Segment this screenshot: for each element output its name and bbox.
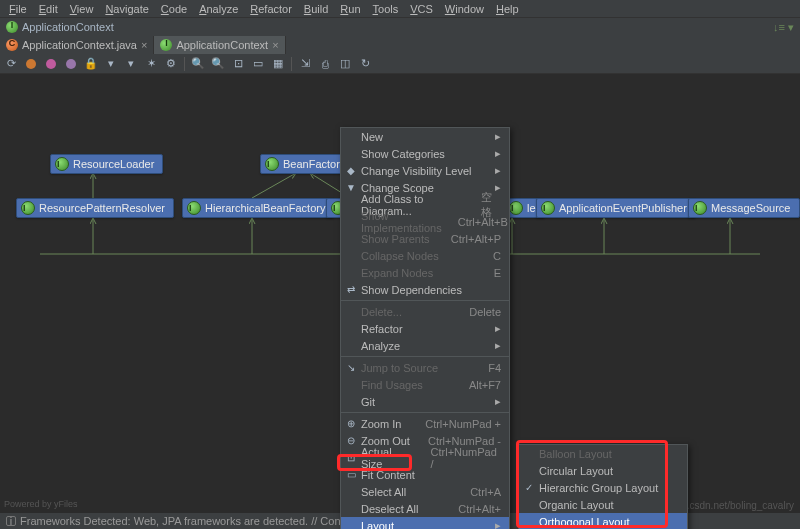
orange-dot-icon[interactable] [24,57,38,71]
print-preview-icon[interactable]: ◫ [338,57,352,71]
menu-vcs[interactable]: VCS [405,3,438,15]
menu-item-analyze[interactable]: Analyze▸ [341,337,509,354]
menu-item-label: Zoom In [361,418,401,430]
funnel-connected-icon[interactable]: ▾ [124,57,138,71]
breadcrumb-bar: ApplicationContext ↓≡ ▾ [0,18,800,36]
menu-item-label: New [361,131,383,143]
settings-icon[interactable]: ⚙ [164,57,178,71]
menu-item-label: Select All [361,486,406,498]
menu-item-label: Find Usages [361,379,423,391]
magenta-dot-icon[interactable] [44,57,58,71]
menu-item-label: Jump to Source [361,362,438,374]
funnel-icon: ▼ [344,182,358,193]
spark-icon[interactable]: ✶ [144,57,158,71]
apply-layout-icon[interactable]: ↻ [358,57,372,71]
separator [341,356,509,357]
interface-icon [160,39,172,51]
menu-help[interactable]: Help [491,3,524,15]
menu-item-label: Collapse Nodes [361,250,439,262]
menu-item-select-all[interactable]: Select AllCtrl+A [341,483,509,500]
diagram-toolbar: ⟳🔒▾▾✶⚙🔍🔍⊡▭▦⇲⎙◫↻ [0,54,800,74]
node-label: BeanFactory [283,158,345,170]
menu-item-fit-content[interactable]: ▭Fit Content [341,466,509,483]
shortcut-label: E [478,267,501,279]
zoom-out-icon[interactable]: 🔍 [211,57,225,71]
diagram-node[interactable]: ResourceLoader [50,154,163,174]
menu-navigate[interactable]: Navigate [100,3,153,15]
menu-item-circular-layout[interactable]: Circular Layout [519,462,687,479]
shortcut-label: Ctrl+A [454,486,501,498]
menu-item-label: Balloon Layout [539,448,612,460]
tab-applicationcontext[interactable]: ApplicationContext× [154,36,285,54]
menu-edit[interactable]: Edit [34,3,63,15]
svg-line-1 [252,173,296,198]
menu-file[interactable]: File [4,3,32,15]
submenu-arrow-icon: ▸ [483,130,501,143]
export-icon[interactable]: ⇲ [298,57,312,71]
diagram-node[interactable]: MessageSource [688,198,800,218]
menu-item-new[interactable]: New▸ [341,128,509,145]
close-icon[interactable]: × [141,39,147,51]
grid-icon[interactable]: ▦ [271,57,285,71]
menu-item-change-visibility-level[interactable]: ◆Change Visibility Level▸ [341,162,509,179]
menu-item-layout[interactable]: Layout▸ [341,517,509,529]
menu-item-label: Deselect All [361,503,418,515]
menu-item-label: Show Categories [361,148,445,160]
tab-applicationcontext-java[interactable]: ApplicationContext.java× [0,36,154,54]
menu-item-show-parents: Show ParentsCtrl+Alt+P [341,230,509,247]
menu-window[interactable]: Window [440,3,489,15]
menu-item-collapse-nodes: Collapse NodesC [341,247,509,264]
menu-item-show-dependencies[interactable]: ⇄Show Dependencies [341,281,509,298]
print-icon[interactable]: ⎙ [318,57,332,71]
separator [184,57,185,71]
menu-item-label: Show Parents [361,233,429,245]
menu-analyze[interactable]: Analyze [194,3,243,15]
breadcrumb-text[interactable]: ApplicationContext [22,21,114,33]
visibility-icon: ◆ [344,165,358,176]
shortcut-label: Alt+F7 [453,379,501,391]
menu-item-orthogonal-layout[interactable]: Orthogonal Layout [519,513,687,529]
funnel-icon[interactable]: ▾ [104,57,118,71]
menu-refactor[interactable]: Refactor [245,3,297,15]
diagram-node[interactable]: HierarchicalBeanFactory [182,198,334,218]
menu-view[interactable]: View [65,3,99,15]
menu-run[interactable]: Run [335,3,365,15]
diagram-node[interactable]: ResourcePatternResolver [16,198,174,218]
menu-item-organic-layout[interactable]: Organic Layout [519,496,687,513]
menu-build[interactable]: Build [299,3,333,15]
zoom-in-icon[interactable]: 🔍 [191,57,205,71]
menu-tools[interactable]: Tools [368,3,404,15]
menu-item-label: Expand Nodes [361,267,433,279]
lock-icon[interactable]: 🔒 [84,57,98,71]
node-label: ResourceLoader [73,158,154,170]
menu-item-git[interactable]: Git▸ [341,393,509,410]
menu-item-refactor[interactable]: Refactor▸ [341,320,509,337]
tab-label: ApplicationContext.java [22,39,137,51]
interface-icon [6,21,18,33]
menu-item-actual-size[interactable]: ⊡Actual SizeCtrl+NumPad / [341,449,509,466]
menu-item-find-usages: Find UsagesAlt+F7 [341,376,509,393]
menu-item-hierarchic-group-layout[interactable]: ✓Hierarchic Group Layout [519,479,687,496]
purple-dot-icon[interactable] [64,57,78,71]
node-label: HierarchicalBeanFactory [205,202,325,214]
menu-item-deselect-all[interactable]: Deselect AllCtrl+Alt+ [341,500,509,517]
menu-code[interactable]: Code [156,3,192,15]
fit-content-icon[interactable]: ▭ [251,57,265,71]
refresh-icon[interactable]: ⟳ [4,57,18,71]
zoom-actual-icon[interactable]: ⊡ [231,57,245,71]
zoom-in-icon: ⊕ [344,418,358,429]
layout-indicator-icon[interactable]: ↓≡ ▾ [773,21,794,34]
close-icon[interactable]: × [272,39,278,51]
menu-item-show-categories[interactable]: Show Categories▸ [341,145,509,162]
layout-submenu[interactable]: Balloon LayoutCircular Layout✓Hierarchic… [518,444,688,529]
menu-item-label: Hierarchic Group Layout [539,482,658,494]
menu-item-label: Refactor [361,323,403,335]
zoom-actual-icon: ⊡ [344,452,358,463]
menu-item-zoom-in[interactable]: ⊕Zoom InCtrl+NumPad + [341,415,509,432]
diagram-node[interactable]: ApplicationEventPublisher [536,198,696,218]
shortcut-label: Ctrl+Alt+ [442,503,501,515]
menu-item-expand-nodes: Expand NodesE [341,264,509,281]
context-menu[interactable]: New▸Show Categories▸◆Change Visibility L… [340,127,510,529]
info-icon: i [6,516,16,526]
submenu-arrow-icon: ▸ [483,395,501,408]
